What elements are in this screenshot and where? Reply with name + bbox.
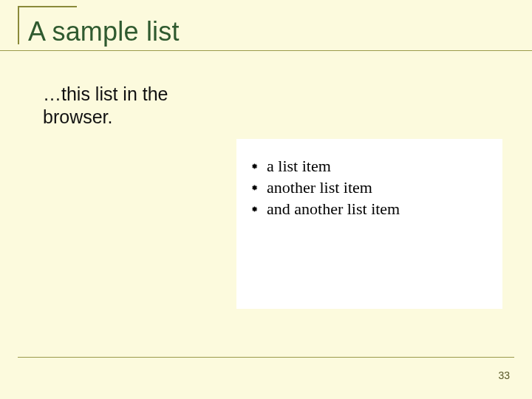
caption-line-2: browser. [43, 106, 112, 127]
bullet-icon: ✹ [251, 184, 258, 192]
body-area: …this list in the browser. [43, 83, 514, 129]
title-underline [0, 50, 532, 51]
title-block: A sample list [18, 13, 514, 55]
slide: A sample list …this list in the browser.… [0, 0, 532, 399]
browser-rendering-box: ✹ a list item ✹ another list item ✹ and … [236, 139, 502, 309]
bullet-icon: ✹ [251, 205, 258, 214]
list-item-text: another list item [267, 177, 372, 198]
page-number: 33 [498, 369, 510, 381]
list-item: ✹ another list item [251, 177, 488, 198]
caption-line-1: …this list in the [43, 83, 168, 104]
unordered-list: ✹ a list item ✹ another list item ✹ and … [251, 155, 488, 219]
list-item-text: a list item [267, 155, 331, 177]
bullet-icon: ✹ [251, 163, 258, 171]
footer-divider [18, 357, 514, 358]
caption-text: …this list in the browser. [43, 83, 228, 129]
list-item: ✹ and another list item [251, 198, 488, 219]
title-corner-vertical [18, 6, 19, 44]
list-item: ✹ a list item [251, 155, 488, 177]
list-item-text: and another list item [267, 198, 400, 219]
title-corner-horizontal [18, 6, 77, 7]
slide-title: A sample list [18, 13, 514, 47]
